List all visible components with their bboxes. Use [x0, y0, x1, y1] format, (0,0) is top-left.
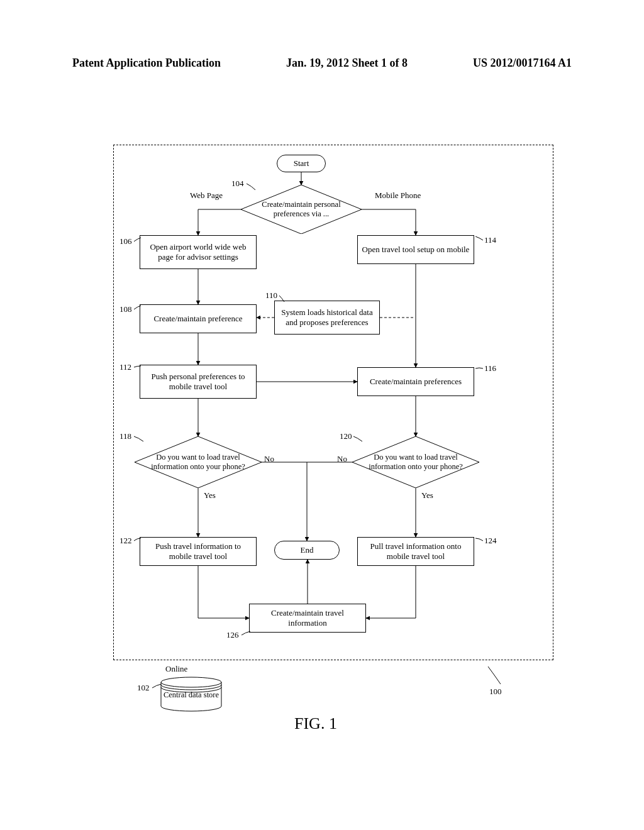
ref-108: 108: [119, 304, 132, 314]
d120-no: No: [337, 454, 347, 464]
datastore-102-text: Central data store: [164, 690, 219, 699]
online-label: Online: [165, 664, 187, 674]
process-106: Open airport world wide web page for adv…: [140, 235, 257, 269]
process-112-text: Push personal preferences to mobile trav…: [144, 372, 252, 392]
process-110: System loads historical data and propose…: [274, 301, 380, 335]
process-122-text: Push travel information to mobile travel…: [144, 541, 252, 562]
process-106-text: Open airport world wide web page for adv…: [144, 242, 252, 263]
process-108: Create/maintain preference: [140, 304, 257, 333]
ref-102: 102: [137, 683, 150, 693]
decision-120: Do you want to load travel information o…: [352, 436, 479, 488]
svg-point-3: [161, 677, 221, 687]
process-124: Pull travel information onto mobile trav…: [357, 537, 474, 566]
d118-no: No: [264, 454, 274, 464]
ref-100: 100: [489, 687, 502, 697]
ref-126: 126: [226, 630, 239, 640]
d120-yes: Yes: [421, 490, 433, 501]
branch-web-label: Web Page: [190, 191, 223, 201]
process-124-text: Pull travel information onto mobile trav…: [362, 541, 470, 562]
ref-104: 104: [231, 179, 244, 189]
process-112: Push personal preferences to mobile trav…: [140, 365, 257, 399]
decision-104-text: Create/maintain personal preferences via…: [255, 200, 348, 219]
ref-110: 110: [265, 290, 277, 301]
decision-120-text: Do you want to load travel information o…: [366, 453, 465, 472]
ref-124: 124: [484, 536, 497, 546]
ref-116: 116: [484, 363, 496, 374]
end-terminator: End: [274, 541, 340, 560]
ref-118: 118: [119, 431, 131, 441]
header-right: US 2012/0017164 A1: [473, 57, 572, 70]
process-126: Create/maintain travel information: [249, 604, 366, 633]
header-center: Jan. 19, 2012 Sheet 1 of 8: [286, 57, 408, 70]
decision-118: Do you want to load travel information o…: [135, 436, 262, 488]
ref-112: 112: [119, 362, 131, 372]
end-text: End: [301, 545, 314, 555]
branch-mobile-label: Mobile Phone: [375, 191, 421, 201]
ref-114: 114: [484, 235, 496, 245]
start-text: Start: [294, 158, 309, 169]
process-122: Push travel information to mobile travel…: [140, 537, 257, 566]
header-left: Patent Application Publication: [72, 57, 221, 70]
ref-120: 120: [340, 431, 352, 441]
d118-yes: Yes: [204, 490, 216, 501]
ref-122: 122: [119, 536, 132, 546]
decision-104: Create/maintain personal preferences via…: [241, 185, 362, 234]
process-126-text: Create/maintain travel information: [253, 608, 362, 629]
process-116: Create/maintain preferences: [357, 367, 474, 396]
decision-118-text: Do you want to load travel information o…: [148, 453, 248, 472]
figure-label: FIG. 1: [294, 714, 337, 733]
ref-106: 106: [119, 236, 132, 246]
process-116-text: Create/maintain preferences: [370, 377, 462, 387]
process-114-text: Open travel tool setup on mobile: [362, 245, 470, 255]
process-110-text: System loads historical data and propose…: [279, 307, 375, 328]
process-108-text: Create/maintain preference: [153, 314, 242, 324]
datastore-102: Central data store: [160, 677, 223, 712]
page-header: Patent Application Publication Jan. 19, …: [0, 57, 644, 70]
process-114: Open travel tool setup on mobile: [357, 235, 474, 264]
start-terminator: Start: [277, 155, 326, 172]
